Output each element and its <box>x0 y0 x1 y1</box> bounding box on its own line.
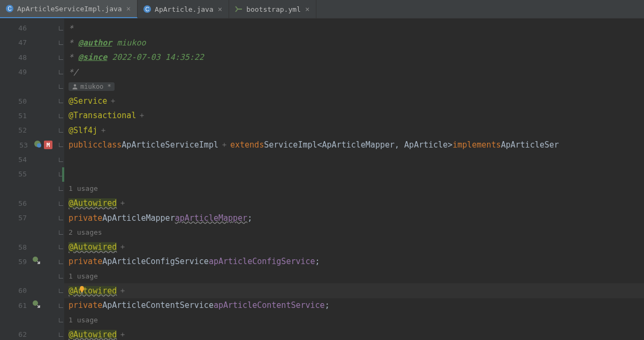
svg-point-8 <box>74 84 77 87</box>
type: ApArticleContentService <box>102 300 214 310</box>
vcs-change-marker[interactable] <box>62 167 64 182</box>
tab-aparticleserviceimpl[interactable]: C ApArticleServiceImpl.java × <box>0 0 138 18</box>
keyword: private <box>69 300 102 310</box>
java-class-icon: C <box>5 4 14 13</box>
keyword: extends <box>230 140 264 150</box>
line-number: 48 <box>15 53 27 61</box>
class-name: ApArticleServiceImpl <box>122 140 218 150</box>
svg-point-6 <box>33 257 38 262</box>
inlay-plus-icon[interactable]: ＋ <box>117 242 128 252</box>
type: ApArticleConfigService <box>102 257 209 266</box>
type: ServiceImpl<ApArticleMapper, ApArticle> <box>264 140 452 150</box>
bean-nav-icon[interactable] <box>32 256 41 267</box>
svg-point-5 <box>37 143 41 148</box>
yml-icon <box>234 5 243 13</box>
line-number: 61 <box>15 302 27 310</box>
tab-label: ApArticleServiceImpl.java <box>17 5 122 13</box>
code-text: ; <box>325 300 330 310</box>
field: apArticleConfigService <box>209 257 315 266</box>
editor-tabs: C ApArticleServiceImpl.java × C ApArticl… <box>0 0 644 19</box>
line-number: 60 <box>15 287 27 295</box>
line-number: 52 <box>15 126 27 134</box>
inlay-plus-icon[interactable]: ＋ <box>117 330 128 339</box>
inlay-plus-icon[interactable]: ＋ <box>107 96 119 106</box>
close-icon[interactable]: × <box>217 5 223 13</box>
inlay-plus-icon[interactable]: ＋ <box>218 140 230 150</box>
tab-aparticle[interactable]: C ApArticle.java × <box>138 0 229 18</box>
field: apArticleContentService <box>214 300 325 310</box>
annotation: @Autowired <box>69 330 117 339</box>
svg-point-7 <box>33 300 38 306</box>
intention-bulb-icon[interactable] <box>78 285 86 296</box>
line-number: 53 <box>16 141 28 149</box>
author-inlay[interactable]: miukoo * <box>69 82 115 91</box>
code-text: * <box>69 24 73 33</box>
code-text: ; <box>247 213 252 223</box>
tab-bootstrap-yml[interactable]: bootstrap.yml × <box>229 0 316 18</box>
line-number: 54 <box>15 156 27 164</box>
javadoc-tag: @author <box>78 38 112 48</box>
line-number: 51 <box>15 112 27 120</box>
annotation: @Slf4j <box>69 126 97 135</box>
code-text: * <box>69 38 78 48</box>
close-icon[interactable]: × <box>304 5 310 13</box>
modified-marker-icon[interactable]: M <box>44 141 52 149</box>
annotation: @Autowired <box>69 286 117 296</box>
svg-rect-9 <box>81 292 83 293</box>
usage-hint[interactable]: 1 usage <box>69 272 98 280</box>
bean-icon[interactable] <box>33 140 42 150</box>
tab-label: bootstrap.yml <box>246 5 301 13</box>
code-text: */ <box>69 67 78 77</box>
editor-area: 46 47 48 49 50 51 52 53 M 54 55 56 57 58… <box>0 19 644 340</box>
inlay-plus-icon[interactable]: ＋ <box>117 198 128 208</box>
close-icon[interactable]: × <box>125 4 132 13</box>
java-class-icon: C <box>143 5 151 13</box>
gutter: 46 47 48 49 50 51 52 53 M 54 55 56 57 58… <box>0 19 58 340</box>
line-number: 46 <box>15 24 27 32</box>
javadoc-tag: @since <box>78 52 107 62</box>
keyword: private <box>69 213 102 223</box>
line-number: 59 <box>15 258 27 266</box>
inlay-plus-icon[interactable]: ＋ <box>117 286 128 296</box>
annotation: @Autowired <box>69 242 117 252</box>
tab-label: ApArticle.java <box>155 5 214 13</box>
usage-hint[interactable]: 1 usage <box>69 316 98 324</box>
line-number: 49 <box>15 68 27 76</box>
field: apArticleMapper <box>175 213 247 223</box>
code-text: ; <box>315 257 320 266</box>
code-text: 2022-07-03 14:35:22 <box>107 52 204 62</box>
line-number: 58 <box>15 243 27 251</box>
type: ApArticleSer <box>501 140 559 150</box>
inlay-plus-icon[interactable]: ＋ <box>136 111 148 120</box>
line-number: 57 <box>15 214 27 222</box>
code-text: * <box>69 52 78 62</box>
svg-text:C: C <box>145 6 149 12</box>
line-number: 62 <box>15 330 27 338</box>
usage-hint[interactable]: 1 usage <box>69 184 98 192</box>
annotation: @Autowired <box>69 198 117 208</box>
usage-hint[interactable]: 2 usages <box>69 228 102 236</box>
line-number: 47 <box>15 38 27 47</box>
line-number: 56 <box>15 199 27 207</box>
keyword: class <box>97 140 122 150</box>
bean-nav-icon[interactable] <box>32 300 41 311</box>
code-content[interactable]: * * @author miukoo * @since 2022-07-03 1… <box>64 19 644 340</box>
code-text: miukoo <box>112 38 146 48</box>
svg-text:C: C <box>7 6 11 12</box>
line-number: 50 <box>15 97 27 105</box>
keyword: implements <box>452 140 501 150</box>
annotation: @Service <box>69 96 107 106</box>
keyword: public <box>69 140 97 150</box>
inlay-plus-icon[interactable]: ＋ <box>97 126 109 135</box>
author-name: miukoo * <box>80 83 111 90</box>
keyword: private <box>69 257 102 266</box>
line-number: 55 <box>15 170 27 178</box>
annotation: @Transactional <box>69 111 136 120</box>
type: ApArticleMapper <box>102 213 175 223</box>
